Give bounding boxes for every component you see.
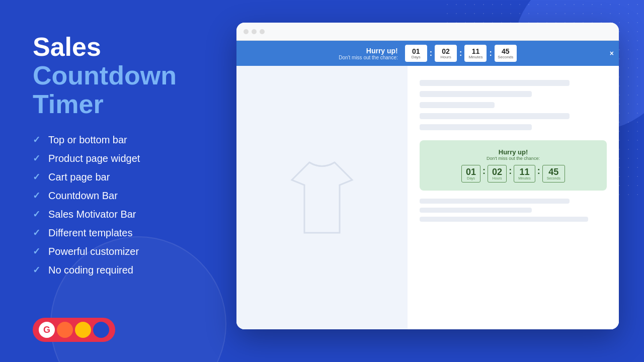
feature-item-1: ✓ Top or bottom bar [33,134,229,146]
bottom-placeholder-1 [420,199,570,204]
seconds-label: Seconds [498,55,513,59]
title-word-timer: Timer [33,89,104,119]
page-content: Hurry up! Don't miss out the chance: 01 … [236,66,619,329]
logo-circle-o3 [93,322,109,338]
feature-item-3: ✓ Cart page bar [33,171,229,183]
title-block: Sales Countdown Timer [33,33,229,119]
check-icon-6: ✓ [33,227,40,238]
check-icon-5: ✓ [33,209,40,220]
check-icon-8: ✓ [33,264,40,276]
left-panel: Sales Countdown Timer ✓ Top or bottom ba… [33,33,229,283]
features-list: ✓ Top or bottom bar ✓ Product page widge… [33,134,229,276]
days-label: Days [412,55,421,59]
check-icon-2: ✓ [33,153,40,164]
widget-minutes-number: 11 [518,167,531,176]
placeholder-line-3 [420,102,495,108]
widget-minutes-label: Minutes [518,176,531,180]
countdown-blocks: 01 Days : 02 Hours : 11 Minutes : 45 Sec… [405,45,517,62]
minutes-number: 11 [472,48,480,55]
widget-seconds-number: 45 [547,167,560,176]
feature-item-4: ✓ Countdown Bar [33,190,229,202]
title-word-sales: Sales [33,32,101,61]
title-line-2: Timer [33,90,229,119]
check-icon-7: ✓ [33,246,40,257]
feature-label-2: Product page widget [48,153,140,164]
bar-hurry-text: Hurry up! [339,47,398,55]
widget-hours-number: 02 [492,167,502,176]
widget-sep-2: : [508,166,513,176]
separator-1: : [430,49,432,58]
minutes-block: 11 Minutes [464,45,487,62]
check-icon-1: ✓ [33,134,40,145]
product-countdown-widget: Hurry up! Don't miss out the chance: 01 … [420,140,607,191]
days-block: 01 Days [405,45,427,62]
feature-label-4: Countdown Bar [48,190,118,202]
feature-item-6: ✓ Different templates [33,227,229,239]
bar-dont-miss-text: Don't miss out the chance: [339,55,398,60]
bottom-placeholder-2 [420,208,532,213]
widget-hurry-text: Hurry up! [430,148,597,156]
separator-3: : [489,49,492,58]
feature-item-7: ✓ Powerful customizer [33,246,229,257]
feature-item-8: ✓ No coding required [33,264,229,276]
product-image-section [236,66,408,329]
logo-circle-o2 [75,322,91,338]
feature-label-5: Sales Motivator Bar [48,209,136,220]
seconds-number: 45 [502,48,510,55]
placeholder-line-5 [420,124,532,130]
placeholder-line-2 [420,91,532,97]
hours-label: Hours [440,55,451,59]
days-number: 01 [412,48,420,55]
widget-hours-label: Hours [492,176,502,180]
product-details-section: Hurry up! Don't miss out the chance: 01 … [408,66,619,329]
check-icon-4: ✓ [33,190,40,201]
widget-countdown-row: 01 Days : 02 Hours : 11 Minutes : [430,165,597,183]
feature-label-6: Different templates [48,227,133,239]
placeholder-line-1 [420,80,570,86]
page-bottom-placeholders [420,199,607,222]
minutes-label: Minutes [468,55,482,59]
logo-letter-g: G [39,322,55,338]
widget-seconds-block: 45 Seconds [542,165,565,183]
widget-days-block: 01 Days [461,165,480,183]
seconds-block: 45 Seconds [495,45,517,62]
browser-dot-2 [252,29,257,34]
widget-minutes-block: 11 Minutes [514,165,535,183]
feature-item-5: ✓ Sales Motivator Bar [33,209,229,220]
logo-circle-o1 [57,322,73,338]
hours-number: 02 [442,48,450,55]
feature-item-2: ✓ Product page widget [33,153,229,164]
widget-days-number: 01 [466,167,476,176]
feature-label-7: Powerful customizer [48,246,139,257]
browser-dot-3 [260,29,265,34]
logo-container: G [33,318,115,342]
browser-dot-1 [244,29,249,34]
logo-area: G [33,318,115,342]
hours-block: 02 Hours [435,45,457,62]
widget-sep-1: : [481,166,487,176]
bar-text-group: Hurry up! Don't miss out the chance: [339,47,398,60]
title-line-1: Sales Countdown [33,33,229,90]
title-word-countdown: Countdown [33,61,177,90]
bottom-placeholder-3 [420,217,588,222]
feature-label-8: No coding required [48,264,133,276]
widget-days-label: Days [466,176,476,180]
browser-mockup: Hurry up! Don't miss out the chance: 01 … [236,23,619,329]
widget-seconds-label: Seconds [547,176,560,180]
browser-top-bar [236,23,619,41]
product-placeholder-lines [420,80,607,130]
countdown-top-bar: Hurry up! Don't miss out the chance: 01 … [236,41,619,66]
separator-2: : [459,49,462,58]
widget-hours-block: 02 Hours [488,165,507,183]
feature-label-1: Top or bottom bar [48,134,127,146]
close-button[interactable]: × [610,49,614,57]
placeholder-line-4 [420,113,570,119]
widget-dont-miss-text: Don't miss out the chance: [430,156,597,161]
check-icon-3: ✓ [33,171,40,183]
shirt-icon [282,152,362,243]
widget-sep-3: : [536,166,541,176]
feature-label-3: Cart page bar [48,171,110,183]
